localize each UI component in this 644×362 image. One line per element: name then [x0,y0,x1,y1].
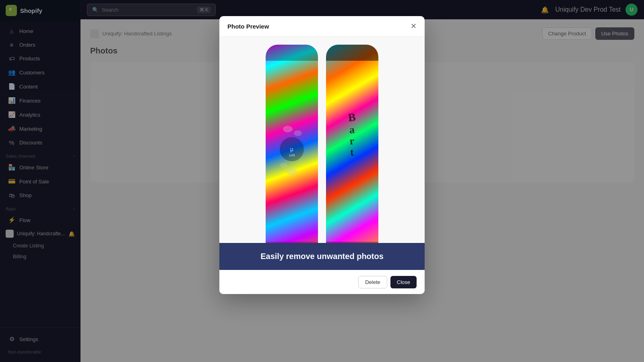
promo-banner-text: Easily remove unwanted photos [260,252,384,261]
svg-point-4 [294,130,302,136]
promo-banner: Easily remove unwanted photos [219,243,425,270]
close-modal-button[interactable]: Close [390,276,417,288]
svg-text:t: t [350,146,354,158]
svg-point-6 [280,163,287,168]
svg-text:a: a [349,124,355,136]
snowboard-right-design: B a r t [326,45,378,254]
delete-button[interactable]: Delete [358,276,387,288]
svg-point-3 [283,126,293,132]
photo-preview-modal: Photo Preview ✕ μ 149 [219,16,425,294]
svg-point-5 [286,168,297,175]
snowboard-left-design: μ 149 [266,45,318,254]
modal-body: μ 149 [219,37,425,270]
svg-text:149: 149 [289,153,295,157]
modal-close-x-button[interactable]: ✕ [411,23,417,30]
svg-text:r: r [349,135,355,147]
snowboard-left: μ 149 [266,45,318,254]
main-area: 🔍 Search ⌘ K 🔔 Uniquify Dev Prod Test U … [80,0,644,362]
svg-text:μ: μ [290,146,293,152]
snowboard-right: B a r t [326,45,378,254]
svg-text:B: B [348,111,356,124]
modal-title: Photo Preview [227,23,269,30]
modal-overlay: Photo Preview ✕ μ 149 [80,0,644,362]
modal-footer: Delete Close [219,270,425,294]
snowboards-container: μ 149 [266,45,378,262]
modal-header: Photo Preview ✕ [219,16,425,37]
modal-image-area: μ 149 [219,37,425,270]
